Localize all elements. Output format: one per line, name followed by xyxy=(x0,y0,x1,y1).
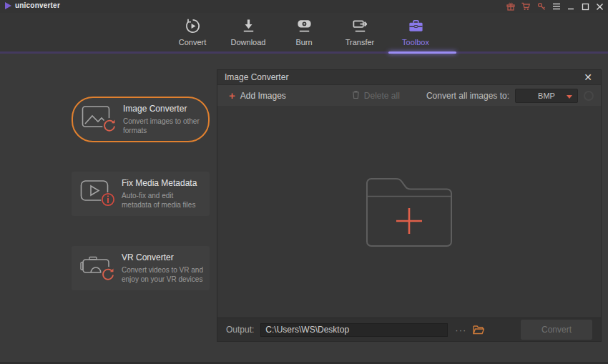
app-title: uniconverter xyxy=(15,1,60,9)
main-nav: Convert Download Burn Transfer Toolbox xyxy=(0,13,608,51)
add-plus-icon xyxy=(396,208,422,234)
app-logo: uniconverter xyxy=(5,1,60,9)
tab-download[interactable]: Download xyxy=(223,17,273,46)
card-image-converter[interactable]: Image Converter Convert images to other … xyxy=(72,97,210,142)
tab-transfer[interactable]: Transfer xyxy=(335,17,385,46)
trash-icon xyxy=(352,89,360,102)
tab-burn-label: Burn xyxy=(295,38,312,46)
plus-icon: + xyxy=(229,90,235,101)
tab-toolbox-label: Toolbox xyxy=(402,38,429,46)
transfer-icon xyxy=(352,17,368,34)
card-title: Fix Media Metadata xyxy=(122,178,204,188)
nav-divider xyxy=(0,51,608,54)
tab-toolbox[interactable]: Toolbox xyxy=(391,17,441,46)
refresh-badge-icon xyxy=(100,266,116,285)
logo-play-icon xyxy=(5,2,11,9)
chevron-down-icon xyxy=(567,95,572,99)
card-desc: Convert videos to VR and enjoy on your V… xyxy=(122,265,204,284)
card-fix-media-metadata[interactable]: Fix Media Metadata Auto-fix and edit met… xyxy=(72,172,210,216)
output-path-input[interactable] xyxy=(260,323,448,337)
panel-body xyxy=(217,106,601,318)
card-title: Image Converter xyxy=(123,104,202,114)
convert-button[interactable]: Convert xyxy=(521,320,592,340)
tab-download-label: Download xyxy=(231,38,266,46)
image-converter-panel: Image Converter ✕ + Add Images Delete al… xyxy=(217,69,602,342)
maximize-button[interactable] xyxy=(582,3,589,11)
panel-toolbar: + Add Images Delete all Convert all imag… xyxy=(217,85,601,106)
info-badge-icon xyxy=(100,192,116,210)
minimize-button[interactable] xyxy=(567,3,575,11)
titlebar: uniconverter xyxy=(0,0,608,13)
output-label: Output: xyxy=(226,325,254,335)
download-icon xyxy=(240,17,257,34)
tab-burn[interactable]: Burn xyxy=(279,17,329,46)
tab-convert[interactable]: Convert xyxy=(167,17,217,46)
convert-to-label: Convert all images to: xyxy=(426,91,509,101)
add-images-button[interactable]: + Add Images xyxy=(229,90,286,101)
burn-icon xyxy=(296,17,313,34)
format-dropdown[interactable]: BMP xyxy=(515,89,578,103)
convert-icon xyxy=(185,17,201,34)
card-vr-converter[interactable]: VR Converter Convert videos to VR and en… xyxy=(72,246,210,290)
panel-title: Image Converter xyxy=(225,72,288,82)
add-files-dropzone[interactable] xyxy=(365,176,453,247)
cart-icon[interactable] xyxy=(521,2,531,11)
apply-all-icon[interactable] xyxy=(584,91,594,101)
uniconverter-window: uniconverter xyxy=(0,0,608,364)
panel-footer: Output: ··· Convert xyxy=(217,318,601,341)
format-value: BMP xyxy=(538,92,555,100)
key-icon[interactable] xyxy=(537,2,546,11)
menu-icon[interactable] xyxy=(552,3,561,10)
close-button[interactable] xyxy=(596,3,604,11)
refresh-badge-icon xyxy=(102,117,117,136)
card-desc: Auto-fix and edit metadata of media file… xyxy=(122,191,204,210)
delete-all-button[interactable]: Delete all xyxy=(352,89,400,102)
panel-header: Image Converter ✕ xyxy=(217,70,601,85)
folder-outline-icon xyxy=(365,176,453,247)
tab-convert-label: Convert xyxy=(179,38,207,46)
toolbox-icon xyxy=(408,17,424,34)
card-title: VR Converter xyxy=(122,252,204,262)
tab-transfer-label: Transfer xyxy=(345,38,375,46)
panel-close-icon[interactable]: ✕ xyxy=(582,72,594,82)
card-desc: Convert images to other formats xyxy=(123,117,202,135)
browse-more-button[interactable]: ··· xyxy=(455,325,466,335)
active-tab-indicator xyxy=(388,51,456,54)
gift-icon[interactable] xyxy=(506,2,515,11)
open-folder-icon[interactable] xyxy=(473,325,484,335)
